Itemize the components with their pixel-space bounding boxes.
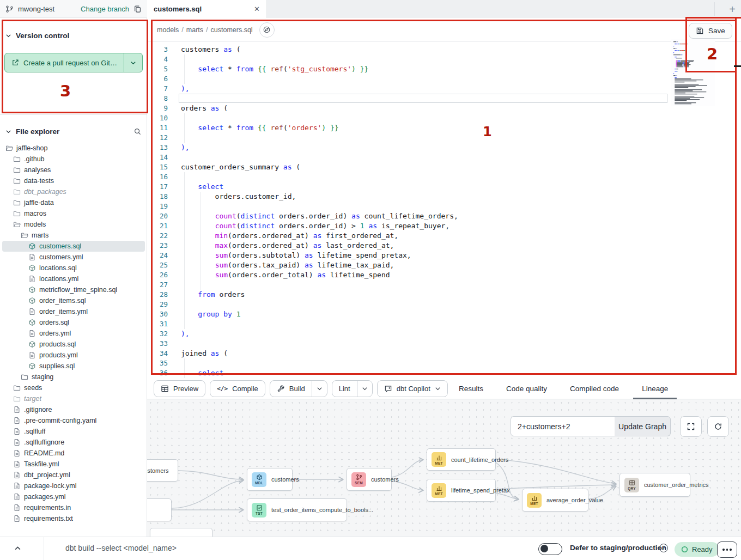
new-tab-button[interactable]: + bbox=[729, 0, 736, 18]
lineage-node-partial[interactable] bbox=[150, 528, 212, 537]
file-tree-item--sqlfluffignore[interactable]: .sqlfluffignore bbox=[2, 437, 145, 448]
file-explorer-header[interactable]: File explorer bbox=[0, 120, 147, 142]
compile-button[interactable]: </> Compile bbox=[210, 380, 265, 397]
code-line-15[interactable]: 15customer_orders_summary as ( bbox=[147, 162, 741, 172]
file-tree-item-jaffle-shop[interactable]: jaffle-shop bbox=[2, 143, 145, 154]
file-tree-item-metricflow-time-spine-sql[interactable]: metricflow_time_spine.sql bbox=[2, 284, 145, 295]
file-tree-item--github[interactable]: .github bbox=[2, 154, 145, 165]
tab-lineage[interactable]: Lineage bbox=[641, 380, 669, 399]
file-tree-item-analyses[interactable]: analyses bbox=[2, 165, 145, 175]
lineage-node-orders[interactable]: orders bbox=[147, 498, 172, 521]
file-tree-item-dbt-packages[interactable]: dbt_packages bbox=[2, 186, 145, 197]
help-icon[interactable]: ? bbox=[659, 544, 668, 552]
code-line-32[interactable]: 32), bbox=[147, 329, 741, 339]
file-tree-item--pre-commit-config-yaml[interactable]: .pre-commit-config.yaml bbox=[2, 415, 145, 426]
tab-compiled-code[interactable]: Compiled code bbox=[569, 380, 620, 399]
code-line-25[interactable]: 25 sum(orders.tax_paid) as lifetime_tax_… bbox=[147, 260, 741, 270]
file-tree-item-package-lock-yml[interactable]: package-lock.yml bbox=[2, 480, 145, 491]
code-line-33[interactable]: 33 bbox=[147, 339, 741, 349]
code-line-5[interactable]: 5 select * from {{ ref('stg_customers') … bbox=[147, 64, 741, 74]
tab-customers-sql[interactable]: customers.sql ✕ bbox=[147, 0, 267, 18]
lineage-node-test-order-items-compute-to-bools-[interactable]: TSTtest_order_items_compute_to_bools... bbox=[247, 498, 347, 521]
code-editor[interactable]: 23customers as (45 select * from {{ ref(… bbox=[147, 42, 741, 380]
lineage-node-customer-order-metrics[interactable]: QRYcustomer_order_metrics bbox=[619, 473, 690, 497]
create-pr-button[interactable]: Create a pull request on Git… bbox=[4, 53, 143, 72]
code-line-7[interactable]: 7), bbox=[147, 84, 741, 94]
code-line-16[interactable]: 16 bbox=[147, 172, 741, 182]
code-line-21[interactable]: 21 count(distinct orders.order_id) > 1 a… bbox=[147, 221, 741, 231]
lineage-node-count-lifetime-orders[interactable]: METcount_lifetime_orders bbox=[427, 448, 496, 471]
file-tree-item-order-items-sql[interactable]: order_items.sql bbox=[2, 295, 145, 306]
code-line-4[interactable]: 4 bbox=[147, 54, 741, 64]
breadcrumb-models[interactable]: models bbox=[157, 26, 179, 34]
code-line-9[interactable]: 9orders as ( bbox=[147, 104, 741, 113]
file-tree-item-readme-md[interactable]: README.md bbox=[2, 448, 145, 459]
file-tree-item-customers-yml[interactable]: customers.yml bbox=[2, 252, 145, 263]
code-line-34[interactable]: 34joined as ( bbox=[147, 349, 741, 358]
file-tree-item-data-tests[interactable]: data-tests bbox=[2, 175, 145, 186]
lineage-node-stg-customers[interactable]: stg_customers bbox=[147, 459, 178, 482]
tab-code-quality[interactable]: Code quality bbox=[505, 380, 548, 399]
copy-icon[interactable] bbox=[133, 5, 142, 13]
create-pr-main[interactable]: Create a pull request on Git… bbox=[5, 53, 124, 72]
file-tree-item-products-sql[interactable]: products.sql bbox=[2, 339, 145, 350]
code-line-13[interactable]: 13), bbox=[147, 143, 741, 153]
preview-button[interactable]: Preview bbox=[154, 380, 205, 397]
code-line-10[interactable]: 10 bbox=[147, 113, 741, 123]
save-button[interactable]: Save bbox=[689, 23, 732, 39]
code-line-11[interactable]: 11 select * from {{ ref('orders') }} bbox=[147, 123, 741, 133]
lineage-node-lifetime-spend-pretax[interactable]: METlifetime_spend_pretax bbox=[427, 479, 496, 502]
file-tree-item-products-yml[interactable]: products.yml bbox=[2, 350, 145, 361]
file-tree-item-order-items-yml[interactable]: order_items.yml bbox=[2, 306, 145, 317]
minimap[interactable] bbox=[671, 39, 715, 106]
file-tree-item-locations-yml[interactable]: locations.yml bbox=[2, 273, 145, 284]
file-tree-item-requirements-in[interactable]: requirements.in bbox=[2, 502, 145, 513]
lineage-node-customers[interactable]: MDLcustomers bbox=[247, 468, 293, 491]
lineage-node-customers[interactable]: SEMcustomers bbox=[347, 468, 392, 491]
build-button[interactable]: Build bbox=[270, 381, 312, 397]
search-icon[interactable] bbox=[133, 127, 142, 136]
code-line-3[interactable]: 3customers as ( bbox=[147, 45, 741, 54]
file-tree-item-jaffle-data[interactable]: jaffle-data bbox=[2, 197, 145, 208]
file-tree-item-marts[interactable]: marts bbox=[2, 230, 145, 241]
file-tree-item-orders-yml[interactable]: orders.yml bbox=[2, 328, 145, 339]
code-line-20[interactable]: 20 count(distinct orders.order_id) as co… bbox=[147, 211, 741, 221]
code-line-35[interactable]: 35 bbox=[147, 358, 741, 368]
code-line-29[interactable]: 29 bbox=[147, 300, 741, 309]
fullscreen-button[interactable] bbox=[680, 416, 702, 437]
code-line-22[interactable]: 22 min(orders.ordered_at) as first_order… bbox=[147, 231, 741, 241]
file-tree-item-requirements-txt[interactable]: requirements.txt bbox=[2, 513, 145, 524]
lint-dropdown[interactable] bbox=[357, 381, 372, 397]
breadcrumb-file[interactable]: customers.sql bbox=[211, 26, 253, 34]
breadcrumb-marts[interactable]: marts bbox=[186, 26, 203, 34]
code-line-31[interactable]: 31 bbox=[147, 319, 741, 329]
code-line-14[interactable]: 14 bbox=[147, 153, 741, 162]
change-branch-link[interactable]: Change branch bbox=[81, 5, 129, 13]
file-tree-item-seeds[interactable]: seeds bbox=[2, 382, 145, 393]
file-tree-item--sqlfluff[interactable]: .sqlfluff bbox=[2, 426, 145, 437]
file-tree-item-customers-sql[interactable]: customers.sql bbox=[2, 241, 145, 252]
code-line-28[interactable]: 28 from orders bbox=[147, 290, 741, 300]
file-tree-item-taskfile-yml[interactable]: Taskfile.yml bbox=[2, 459, 145, 470]
code-line-24[interactable]: 24 sum(orders.subtotal) as lifetime_spen… bbox=[147, 251, 741, 260]
file-tree-item-models[interactable]: models bbox=[2, 219, 145, 230]
tab-close-icon[interactable]: ✕ bbox=[254, 5, 260, 13]
file-tree-item-target[interactable]: target bbox=[2, 393, 145, 404]
update-graph-button[interactable]: Update Graph bbox=[615, 416, 671, 436]
code-line-8[interactable]: 8 bbox=[147, 94, 741, 104]
code-line-26[interactable]: 26 sum(orders.order_total) as lifetime_s… bbox=[147, 270, 741, 280]
lineage-node-average-order-value[interactable]: METaverage_order_value bbox=[522, 489, 588, 512]
lint-button[interactable]: Lint bbox=[332, 381, 357, 397]
version-control-header[interactable]: Version control bbox=[0, 25, 147, 46]
code-line-27[interactable]: 27 bbox=[147, 280, 741, 290]
tab-results[interactable]: Results bbox=[458, 380, 484, 399]
file-tree-item-dbt-project-yml[interactable]: dbt_project.yml bbox=[2, 470, 145, 480]
code-line-18[interactable]: 18 orders.customer_id, bbox=[147, 192, 741, 202]
file-tree-item--gitignore[interactable]: .gitignore bbox=[2, 404, 145, 415]
command-input[interactable]: dbt build --select <model_name> bbox=[65, 544, 177, 552]
create-pr-dropdown[interactable] bbox=[124, 53, 142, 72]
file-tree-item-macros[interactable]: macros bbox=[2, 208, 145, 219]
code-line-36[interactable]: 36 select bbox=[147, 368, 741, 378]
file-tree-item-supplies-sql[interactable]: supplies.sql bbox=[2, 361, 145, 372]
code-line-17[interactable]: 17 select bbox=[147, 182, 741, 192]
